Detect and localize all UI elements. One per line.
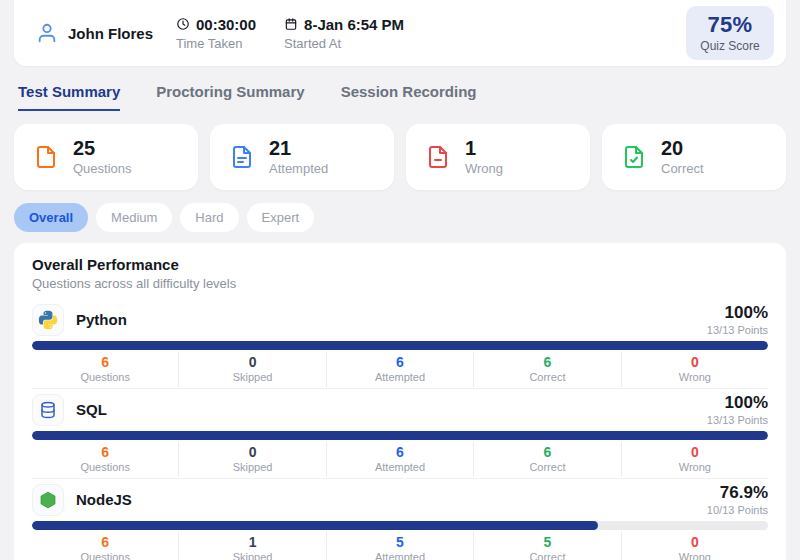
skill-row-sql: SQL 100% 13/13 Points 6Questions 0Skippe… — [32, 389, 768, 479]
file-text-blue-icon — [230, 145, 254, 169]
stat-card-wrong: 1 Wrong — [406, 124, 590, 190]
skill-stat-value: 0 — [622, 354, 768, 370]
performance-title: Overall Performance — [32, 256, 768, 273]
header-card: John Flores 00:30:00 Time Taken 8-Jan 6:… — [14, 0, 786, 66]
skill-stat-label: Correct — [474, 371, 620, 384]
skill-stat-value: 6 — [32, 444, 178, 460]
skill-stat-value: 0 — [622, 444, 768, 460]
tab-proctoring-summary[interactable]: Proctoring Summary — [156, 83, 304, 111]
skill-stat-value: 6 — [32, 534, 178, 550]
skill-stat-skipped: 0Skipped — [179, 442, 326, 477]
skill-stat-label: Wrong — [622, 461, 768, 474]
time-taken-value: 00:30:00 — [196, 16, 256, 33]
skill-name: NodeJS — [76, 491, 132, 508]
quiz-score-value: 75% — [700, 12, 760, 38]
user-name: John Flores — [68, 25, 153, 42]
skill-points: 13/13 Points — [707, 324, 768, 336]
tab-test-summary[interactable]: Test Summary — [18, 83, 120, 111]
skill-stat-label: Questions — [32, 461, 178, 474]
file-orange-icon — [34, 145, 58, 169]
filter-pill-medium[interactable]: Medium — [96, 203, 172, 232]
clock-icon — [176, 17, 190, 31]
started-at-value: 8-Jan 6:54 PM — [304, 16, 404, 33]
skill-stat-label: Attempted — [327, 461, 473, 474]
stat-card-label: Wrong — [465, 161, 503, 176]
file-check-green-icon — [622, 145, 646, 169]
progress-bar-fill — [32, 431, 768, 440]
skill-stat-value: 5 — [474, 534, 620, 550]
filter-pill-overall[interactable]: Overall — [14, 203, 88, 232]
skill-stat-label: Attempted — [327, 371, 473, 384]
skill-stat-skipped: 0Skipped — [179, 352, 326, 387]
skill-list: Python 100% 13/13 Points 6Questions 0Ski… — [32, 299, 768, 560]
stat-card-value: 1 — [465, 138, 503, 159]
user-info: John Flores — [36, 22, 176, 44]
skill-stat-value: 6 — [474, 444, 620, 460]
skill-stat-label: Questions — [32, 371, 178, 384]
nodejs-hexagon-icon — [32, 484, 64, 516]
page: John Flores 00:30:00 Time Taken 8-Jan 6:… — [0, 0, 800, 560]
progress-bar-fill — [32, 341, 768, 350]
stat-card-value: 20 — [661, 138, 704, 159]
started-at-block: 8-Jan 6:54 PM Started At — [284, 16, 404, 51]
time-taken-label: Time Taken — [176, 36, 256, 51]
skill-points: 13/13 Points — [707, 414, 768, 426]
progress-bar — [32, 521, 768, 530]
skill-stat-label: Correct — [474, 551, 620, 560]
skill-stat-label: Wrong — [622, 371, 768, 384]
skill-row-nodejs: NodeJS 76.9% 10/13 Points 6Questions 1Sk… — [32, 479, 768, 560]
skill-stat-value: 1 — [179, 534, 325, 550]
performance-card: Overall Performance Questions across all… — [14, 243, 786, 560]
skill-stat-value: 6 — [327, 354, 473, 370]
difficulty-filter-bar: Overall Medium Hard Expert — [14, 203, 786, 232]
skill-stat-attempted: 6Attempted — [327, 352, 474, 387]
skill-points: 10/13 Points — [707, 504, 768, 516]
skill-stat-attempted: 5Attempted — [327, 532, 474, 560]
python-logo-icon — [32, 304, 64, 336]
time-taken-block: 00:30:00 Time Taken — [176, 16, 256, 51]
progress-bar-fill — [32, 521, 598, 530]
skill-percent: 100% — [707, 303, 768, 323]
skill-stat-questions: 6Questions — [32, 442, 179, 477]
filter-pill-hard[interactable]: Hard — [180, 203, 238, 232]
file-minus-red-icon — [426, 145, 450, 169]
filter-pill-expert[interactable]: Expert — [247, 203, 315, 232]
skill-stat-label: Skipped — [179, 371, 325, 384]
progress-bar — [32, 341, 768, 350]
skill-stats-row: 6Questions 0Skipped 6Attempted 6Correct … — [32, 352, 768, 387]
skill-name: Python — [76, 311, 127, 328]
stat-cards-row: 25 Questions 21 Attempted 1 Wrong — [14, 124, 786, 190]
performance-subtitle: Questions across all difficulty levels — [32, 276, 768, 291]
skill-name: SQL — [76, 401, 107, 418]
tab-bar: Test Summary Proctoring Summary Session … — [18, 83, 782, 111]
stat-card-value: 25 — [73, 138, 132, 159]
skill-stat-correct: 5Correct — [474, 532, 621, 560]
skill-stat-wrong: 0Wrong — [622, 352, 768, 387]
skill-stat-correct: 6Correct — [474, 442, 621, 477]
skill-stat-value: 0 — [179, 444, 325, 460]
skill-stat-label: Skipped — [179, 551, 325, 560]
skill-stat-value: 6 — [474, 354, 620, 370]
skill-stat-value: 5 — [327, 534, 473, 550]
started-at-label: Started At — [284, 36, 404, 51]
quiz-score-badge: 75% Quiz Score — [686, 6, 774, 60]
skill-stat-label: Skipped — [179, 461, 325, 474]
skill-stat-questions: 6Questions — [32, 352, 179, 387]
tab-session-recording[interactable]: Session Recording — [341, 83, 477, 111]
stat-card-attempted: 21 Attempted — [210, 124, 394, 190]
skill-stat-value: 6 — [327, 444, 473, 460]
stat-card-value: 21 — [269, 138, 328, 159]
skill-percent: 100% — [707, 393, 768, 413]
stat-card-label: Correct — [661, 161, 704, 176]
calendar-icon — [284, 17, 298, 31]
skill-stat-correct: 6Correct — [474, 352, 621, 387]
skill-percent: 76.9% — [707, 483, 768, 503]
skill-stat-value: 0 — [622, 534, 768, 550]
skill-stat-value: 0 — [179, 354, 325, 370]
skill-stats-row: 6Questions 1Skipped 5Attempted 5Correct … — [32, 532, 768, 560]
skill-stat-label: Questions — [32, 551, 178, 560]
skill-stat-label: Correct — [474, 461, 620, 474]
skill-stat-wrong: 0Wrong — [622, 532, 768, 560]
stat-card-label: Attempted — [269, 161, 328, 176]
sql-database-icon — [32, 394, 64, 426]
